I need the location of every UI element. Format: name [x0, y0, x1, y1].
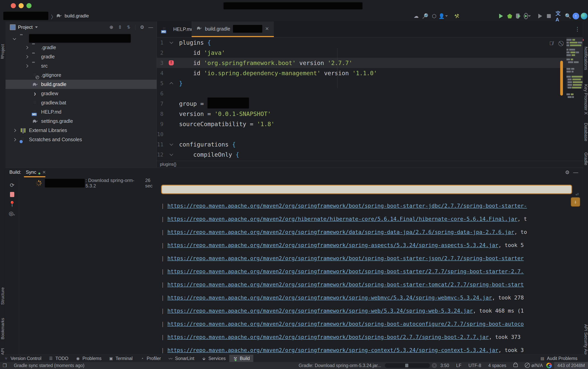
- build-tab-sync[interactable]: Sync: [26, 169, 36, 175]
- chevron-down-icon[interactable]: [13, 37, 16, 40]
- line-ending-indicator[interactable]: LF: [456, 363, 461, 368]
- code-minimap[interactable]: [567, 37, 583, 173]
- encoding-indicator[interactable]: UTF-8: [468, 363, 481, 368]
- line-number[interactable]: 3: [157, 60, 163, 66]
- cloud-icon[interactable]: ☁: [413, 12, 420, 20]
- maven-url-link[interactable]: https://repo.maven.apache.org/maven2/org…: [167, 229, 514, 235]
- tree-item-project-root[interactable]: [5, 34, 157, 43]
- editor-scrollbar-thumb[interactable]: [560, 61, 563, 96]
- editor-breadcrumbs[interactable]: plugins{}: [157, 161, 583, 167]
- code-line-4[interactable]: 4 id 'io.spring.dependency-management' v…: [157, 68, 583, 78]
- maven-url-link[interactable]: https://repo.maven.apache.org/maven2/org…: [167, 321, 524, 327]
- code-line-12[interactable]: 12 compileOnly {: [157, 149, 583, 160]
- reader-mode-eye-icon[interactable]: 👁̸: [549, 40, 553, 46]
- google-chrome-icon[interactable]: [546, 363, 552, 368]
- tab-build-gradle[interactable]: build.gradle ✕: [192, 21, 274, 37]
- code-line-6[interactable]: 6: [157, 88, 583, 99]
- chevron-right-icon[interactable]: [25, 64, 28, 68]
- close-window-button[interactable]: [11, 3, 16, 8]
- tree-item--gitignore[interactable]: .gitignore: [5, 71, 157, 80]
- maven-url-link[interactable]: https://repo.maven.apache.org/maven2/org…: [167, 347, 498, 353]
- tool-window-button-profiler[interactable]: ◔Profiler: [136, 355, 164, 362]
- code-editor[interactable]: 1plugins {2 id 'java'3 id 'org.springfra…: [157, 37, 583, 161]
- cancel-task-icon[interactable]: ✕: [432, 363, 437, 368]
- maven-url-link[interactable]: https://repo.maven.apache.org/maven2/org…: [167, 242, 498, 248]
- stop-icon[interactable]: [9, 191, 16, 198]
- editor-options-icon[interactable]: ⋮: [575, 26, 581, 32]
- user-icon[interactable]: 👤: [440, 12, 447, 20]
- tree-item--gradle[interactable]: .gradle: [5, 43, 157, 52]
- hide-panel-icon[interactable]: —: [573, 169, 578, 175]
- close-icon[interactable]: ✕: [42, 170, 46, 175]
- search-icon[interactable]: 🔍: [565, 12, 572, 20]
- maven-url-link[interactable]: https://repo.maven.apache.org/maven2/org…: [167, 308, 473, 314]
- line-number[interactable]: 7: [157, 101, 163, 107]
- build-console[interactable]: ⏎ ⇩ |https://repo.maven.apache.org/maven…: [158, 177, 583, 355]
- maven-url-link[interactable]: https://repo.maven.apache.org/maven2/org…: [167, 295, 492, 301]
- caret-position[interactable]: 3:50: [440, 363, 449, 368]
- expand-all-icon[interactable]: ⇳: [117, 24, 123, 30]
- tool-window-button-sonarlint[interactable]: 〰SonarLint: [164, 355, 198, 362]
- build-tree-row[interactable]: : Download spring-orm-5.3.2 26 sec: [19, 177, 158, 189]
- profiler-icon[interactable]: [524, 12, 531, 20]
- tree-item-gradlew[interactable]: gradlew: [5, 89, 157, 98]
- fold-open-icon[interactable]: [163, 154, 179, 155]
- navigate-options-icon[interactable]: ◎: [9, 210, 16, 217]
- maven-url-link[interactable]: https://repo.maven.apache.org/maven2/org…: [167, 281, 524, 287]
- memory-indicator[interactable]: 443 of 2048M: [554, 362, 588, 369]
- pin-icon[interactable]: 📍: [9, 200, 16, 207]
- code-line-1[interactable]: 1plugins {: [157, 37, 583, 48]
- shield-hex-icon[interactable]: ⬡: [431, 12, 438, 20]
- line-number[interactable]: 1: [157, 40, 163, 46]
- tool-tab-notifications[interactable]: Notifications: [583, 47, 588, 70]
- code-line-5[interactable]: 5}: [157, 78, 583, 88]
- collapse-all-icon[interactable]: ⥮: [125, 24, 132, 30]
- tool-tab-structure[interactable]: Structure: [0, 287, 5, 305]
- line-number[interactable]: 11: [157, 141, 163, 147]
- code-line-7[interactable]: 7group =: [157, 99, 583, 109]
- tool-window-button-audit-problems[interactable]: ▤Audit Problems: [536, 355, 581, 362]
- stop-icon[interactable]: [545, 12, 552, 20]
- tool-tab-key-promoter[interactable]: Key Promoter X: [583, 84, 588, 114]
- update-icon[interactable]: ↑: [572, 12, 579, 20]
- tool-tab-gradle[interactable]: Gradle: [583, 152, 588, 165]
- chevron-right-icon[interactable]: [25, 46, 28, 49]
- minimize-window-button[interactable]: [19, 3, 24, 8]
- task-progress-bar[interactable]: [385, 363, 430, 368]
- code-line-9[interactable]: 9sourceCompatibility = '1.8': [157, 119, 583, 129]
- line-number[interactable]: 6: [157, 91, 163, 97]
- line-number[interactable]: 5: [157, 80, 163, 86]
- tool-tab-bookmarks[interactable]: Bookmarks: [0, 318, 5, 339]
- maven-url-link[interactable]: https://repo.maven.apache.org/maven2/org…: [167, 216, 517, 222]
- maven-url-link[interactable]: https://repo.maven.apache.org/maven2/org…: [167, 203, 527, 209]
- fold-open-icon[interactable]: [163, 42, 179, 43]
- tree-item-gradlew-bat[interactable]: gradlew.bat: [5, 98, 157, 107]
- tool-window-button-terminal[interactable]: ▣Terminal: [105, 355, 136, 362]
- tool-window-button-build[interactable]: ⚒Build: [229, 355, 253, 362]
- indent-indicator[interactable]: 4 spaces: [488, 363, 506, 368]
- breadcrumb-file[interactable]: build.gradle: [65, 13, 89, 19]
- fold-open-icon[interactable]: [163, 144, 179, 145]
- code-line-3[interactable]: 3 id 'org.springframework.boot' version …: [157, 58, 583, 68]
- run-disabled-icon[interactable]: [537, 12, 544, 20]
- tool-tab-project[interactable]: Project: [0, 44, 5, 57]
- tree-item-external-libraries[interactable]: External Libraries: [5, 126, 157, 135]
- chevron-right-icon[interactable]: [13, 138, 16, 141]
- chevron-right-icon[interactable]: [25, 55, 28, 58]
- tool-tab-database[interactable]: Database: [583, 123, 588, 141]
- chevron-down-icon[interactable]: [35, 26, 38, 28]
- zoom-window-button[interactable]: [26, 3, 31, 8]
- locate-icon[interactable]: ⊕: [108, 24, 115, 30]
- search-doc-icon[interactable]: 🔎: [422, 12, 429, 20]
- line-number[interactable]: 10: [157, 131, 163, 137]
- tree-item-scratches-and-consoles[interactable]: Scratches and Consoles: [5, 135, 157, 144]
- debug-icon[interactable]: ⬟: [506, 12, 513, 20]
- tool-tab-api-security-audit[interactable]: API Security Audit: [583, 324, 588, 359]
- hide-panel-icon[interactable]: —: [148, 24, 154, 30]
- run-icon[interactable]: [498, 12, 505, 20]
- rerun-icon[interactable]: ⟳: [9, 182, 16, 189]
- code-line-8[interactable]: 8version = '0.0.1-SNAPSHOT': [157, 109, 583, 119]
- tool-window-button-services[interactable]: ⬙Services: [198, 355, 229, 362]
- plugin-sphere-icon[interactable]: [581, 12, 588, 20]
- line-number[interactable]: 4: [157, 70, 163, 76]
